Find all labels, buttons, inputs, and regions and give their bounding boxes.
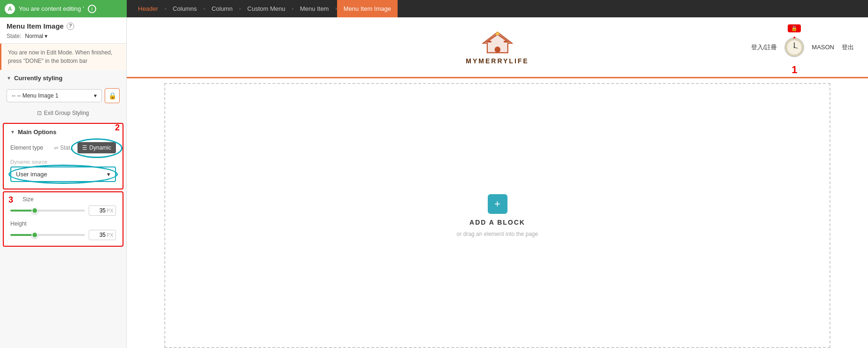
height-unit: PX (107, 232, 114, 238)
logo-text: MYMERRYLIFE (466, 57, 529, 65)
collapse-arrow: ▼ (7, 76, 11, 81)
selector-row: -- -- Menu Image 1 ▾ 🔒 (0, 86, 126, 107)
state-label: State: (7, 33, 21, 39)
size-slider-thumb[interactable] (31, 207, 38, 214)
breadcrumb-header[interactable]: Header (131, 0, 165, 17)
height-slider-thumb[interactable] (31, 232, 38, 238)
add-block-text: ADD A BLOCK (469, 219, 525, 226)
top-bar: A You are content editing ' i Header › C… (0, 0, 868, 17)
static-option: ⇌ Stat... (54, 144, 75, 151)
panel-header: Menu Item Image ? State: Normal ▾ (0, 17, 126, 44)
main-options-header[interactable]: ▼ Main Options (4, 124, 123, 139)
lock-badge: 🔒 (788, 24, 801, 32)
main-options-arrow: ▼ (10, 129, 15, 135)
state-row: State: Normal ▾ (7, 33, 120, 39)
agni-logo: A (5, 4, 15, 14)
clock-face (785, 38, 803, 56)
lock-button[interactable]: 🔒 (105, 88, 120, 103)
add-block-area: + ADD A BLOCK or drag an element into th… (164, 83, 830, 348)
drag-text: or drag an element into the page (457, 231, 538, 237)
dynamic-source-row: Dynamic source User image ▾ (4, 156, 123, 184)
breadcrumb-column[interactable]: Column (205, 0, 239, 17)
nav-right: 登入/註冊 🔒 ↑ (751, 38, 854, 57)
height-input[interactable] (92, 232, 106, 238)
logo-area: MYMERRYLIFE (466, 30, 529, 65)
left-panel: Menu Item Image ? State: Normal ▾ You ar… (0, 17, 127, 348)
size-input[interactable] (92, 207, 106, 214)
add-block-button[interactable]: + (488, 194, 507, 214)
height-label: Height (4, 217, 123, 229)
user-avatar[interactable] (784, 38, 804, 57)
dynamic-btn-container: ☰ Dynamic ◄ (77, 142, 116, 153)
size-section: 3 Size PX Height PX (3, 191, 123, 247)
editing-indicator: A You are content editing ' i (0, 0, 127, 17)
breadcrumb-menu-item[interactable]: Menu Item (293, 0, 335, 17)
content-area: MYMERRYLIFE 登入/註冊 🔒 ↑ (127, 17, 868, 348)
avatar-container: 🔒 ↑ (784, 38, 804, 57)
height-slider-row: PX (4, 229, 123, 241)
info-icon[interactable]: i (88, 5, 96, 13)
size-slider[interactable] (10, 210, 85, 212)
section-number-2: 2 (115, 123, 120, 133)
dynamic-source-label: Dynamic source (10, 159, 116, 165)
menu-image-selector[interactable]: -- -- Menu Image 1 ▾ (7, 89, 102, 102)
state-dropdown[interactable]: Normal ▾ (25, 33, 47, 39)
breadcrumb-custom-menu[interactable]: Custom Menu (241, 0, 292, 17)
size-unit: PX (107, 208, 114, 213)
section-number-3: 3 (8, 195, 13, 205)
edit-mode-notice: You are now in Edit Mode. When finished,… (0, 44, 126, 70)
help-icon[interactable]: ? (67, 23, 74, 30)
exit-group-styling-button[interactable]: ⊡ Exit Group Styling (0, 107, 126, 121)
header-bar: MYMERRYLIFE 登入/註冊 🔒 ↑ (127, 17, 868, 78)
nav-username[interactable]: MASON (812, 44, 834, 51)
element-type-row: Element type ⇌ Stat... ☰ Dynamic ◄ (4, 139, 123, 156)
size-value-input: PX (89, 205, 116, 216)
main-options-section: 2 ▼ Main Options Element type ⇌ Stat... … (3, 123, 123, 189)
user-image-dropdown[interactable]: User image ▾ (10, 166, 116, 182)
size-label: Size (4, 192, 123, 204)
breadcrumbs: Header › Columns › Column › Custom Menu … (127, 0, 398, 17)
svg-rect-4 (494, 46, 500, 53)
panel-title: Menu Item Image ? (7, 22, 120, 30)
height-value-input: PX (89, 230, 116, 240)
nav-login[interactable]: 登入/註冊 (751, 43, 777, 52)
size-slider-row: PX (4, 204, 123, 217)
editing-text: You are content editing ' (19, 5, 84, 12)
breadcrumb-menu-item-image[interactable]: Menu Item Image (337, 0, 398, 17)
element-type-label: Element type (10, 144, 51, 151)
nav-logout[interactable]: 登出 (842, 43, 854, 52)
annotation-1: 1 (791, 64, 797, 76)
logo-svg (481, 30, 514, 55)
main-layout: Menu Item Image ? State: Normal ▾ You ar… (0, 17, 868, 348)
dynamic-icon: ☰ (82, 144, 87, 151)
breadcrumb-columns[interactable]: Columns (166, 0, 203, 17)
height-slider[interactable] (10, 234, 85, 236)
dynamic-button[interactable]: ☰ Dynamic (77, 142, 116, 153)
currently-styling-header[interactable]: ▼ Currently styling (0, 70, 126, 86)
